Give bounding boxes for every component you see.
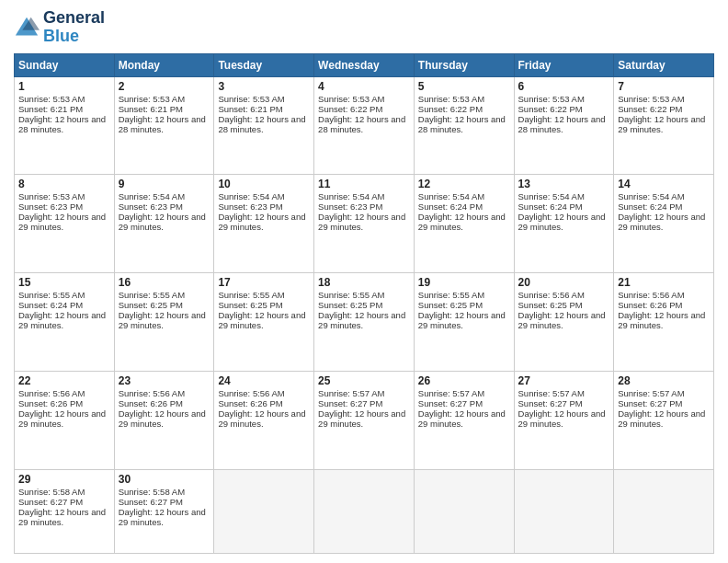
sunrise-text: Sunrise: 5:53 AM [418, 94, 510, 104]
sunset-text: Sunset: 6:24 PM [18, 300, 110, 310]
sunrise-text: Sunrise: 5:53 AM [119, 94, 210, 104]
calendar-week-row: 1Sunrise: 5:53 AMSunset: 6:21 PMDaylight… [15, 76, 714, 175]
header-cell-tuesday: Tuesday [214, 53, 314, 76]
sunset-text: Sunset: 6:25 PM [318, 300, 410, 310]
logo: General Blue [14, 9, 105, 46]
day-number: 5 [418, 80, 510, 93]
calendar-cell [614, 469, 714, 553]
sunset-text: Sunset: 6:21 PM [218, 104, 310, 114]
header-cell-sunday: Sunday [15, 53, 115, 76]
sunset-text: Sunset: 6:22 PM [418, 104, 510, 114]
daylight-text: Daylight: 12 hours and 28 minutes. [518, 114, 610, 134]
day-number: 2 [119, 80, 210, 93]
sunrise-text: Sunrise: 5:57 AM [318, 388, 410, 398]
sunset-text: Sunset: 6:24 PM [518, 201, 610, 212]
daylight-text: Daylight: 12 hours and 29 minutes. [119, 408, 210, 429]
sunrise-text: Sunrise: 5:57 AM [618, 388, 710, 398]
sunset-text: Sunset: 6:25 PM [218, 300, 310, 310]
day-number: 16 [119, 276, 210, 289]
sunrise-text: Sunrise: 5:55 AM [119, 290, 210, 300]
daylight-text: Daylight: 12 hours and 29 minutes. [518, 212, 610, 232]
sunset-text: Sunset: 6:27 PM [418, 398, 510, 408]
calendar-cell: 24Sunrise: 5:56 AMSunset: 6:26 PMDayligh… [214, 371, 314, 469]
sunset-text: Sunset: 6:23 PM [218, 201, 310, 212]
sunrise-text: Sunrise: 5:56 AM [18, 388, 110, 398]
sunset-text: Sunset: 6:25 PM [119, 300, 210, 310]
sunrise-text: Sunrise: 5:54 AM [318, 191, 410, 201]
day-number: 11 [318, 178, 410, 190]
calendar-cell: 3Sunrise: 5:53 AMSunset: 6:21 PMDaylight… [214, 76, 314, 175]
day-number: 3 [218, 80, 310, 93]
calendar-cell: 15Sunrise: 5:55 AMSunset: 6:24 PMDayligh… [15, 273, 115, 372]
daylight-text: Daylight: 12 hours and 29 minutes. [618, 408, 710, 429]
calendar-cell: 28Sunrise: 5:57 AMSunset: 6:27 PMDayligh… [614, 371, 714, 469]
day-number: 6 [518, 80, 610, 93]
calendar-table: SundayMondayTuesdayWednesdayThursdayFrid… [14, 53, 714, 554]
sunset-text: Sunset: 6:22 PM [518, 104, 610, 114]
sunset-text: Sunset: 6:27 PM [18, 497, 110, 507]
calendar-cell: 18Sunrise: 5:55 AMSunset: 6:25 PMDayligh… [314, 273, 415, 372]
calendar-week-row: 29Sunrise: 5:58 AMSunset: 6:27 PMDayligh… [15, 469, 714, 553]
daylight-text: Daylight: 12 hours and 29 minutes. [518, 310, 610, 330]
sunrise-text: Sunrise: 5:54 AM [119, 191, 210, 201]
day-number: 30 [119, 473, 210, 486]
sunrise-text: Sunrise: 5:53 AM [518, 94, 610, 104]
sunset-text: Sunset: 6:27 PM [618, 398, 710, 408]
sunrise-text: Sunrise: 5:57 AM [418, 388, 510, 398]
calendar-cell: 8Sunrise: 5:53 AMSunset: 6:23 PMDaylight… [15, 175, 115, 273]
daylight-text: Daylight: 12 hours and 29 minutes. [318, 212, 410, 232]
sunset-text: Sunset: 6:21 PM [119, 104, 210, 114]
daylight-text: Daylight: 12 hours and 29 minutes. [618, 114, 710, 134]
calendar-body: 1Sunrise: 5:53 AMSunset: 6:21 PMDaylight… [15, 76, 714, 553]
calendar-cell: 16Sunrise: 5:55 AMSunset: 6:25 PMDayligh… [114, 273, 214, 372]
sunset-text: Sunset: 6:26 PM [618, 300, 710, 310]
daylight-text: Daylight: 12 hours and 29 minutes. [218, 310, 310, 330]
logo-text: General Blue [43, 9, 105, 46]
day-number: 9 [119, 178, 210, 190]
calendar-week-row: 15Sunrise: 5:55 AMSunset: 6:24 PMDayligh… [15, 273, 714, 372]
calendar-cell: 23Sunrise: 5:56 AMSunset: 6:26 PMDayligh… [114, 371, 214, 469]
calendar-cell: 7Sunrise: 5:53 AMSunset: 6:22 PMDaylight… [614, 76, 714, 175]
day-number: 7 [618, 80, 710, 93]
daylight-text: Daylight: 12 hours and 29 minutes. [119, 310, 210, 330]
calendar-cell: 29Sunrise: 5:58 AMSunset: 6:27 PMDayligh… [15, 469, 115, 553]
day-number: 1 [18, 80, 110, 93]
daylight-text: Daylight: 12 hours and 29 minutes. [119, 212, 210, 232]
header-cell-monday: Monday [114, 53, 214, 76]
day-number: 27 [518, 374, 610, 387]
header-cell-friday: Friday [514, 53, 614, 76]
page: General Blue SundayMondayTuesdayWednesda… [0, 0, 728, 563]
sunrise-text: Sunrise: 5:55 AM [218, 290, 310, 300]
day-number: 17 [218, 276, 310, 289]
calendar-cell [514, 469, 614, 553]
sunrise-text: Sunrise: 5:53 AM [218, 94, 310, 104]
sunrise-text: Sunrise: 5:58 AM [18, 487, 110, 497]
day-number: 24 [218, 374, 310, 387]
calendar-header-row: SundayMondayTuesdayWednesdayThursdayFrid… [15, 53, 714, 76]
calendar-cell: 13Sunrise: 5:54 AMSunset: 6:24 PMDayligh… [514, 175, 614, 273]
daylight-text: Daylight: 12 hours and 29 minutes. [518, 408, 610, 429]
calendar-cell: 5Sunrise: 5:53 AMSunset: 6:22 PMDaylight… [414, 76, 514, 175]
header: General Blue [14, 9, 714, 46]
sunrise-text: Sunrise: 5:55 AM [418, 290, 510, 300]
calendar-cell [414, 469, 514, 553]
sunrise-text: Sunrise: 5:57 AM [518, 388, 610, 398]
day-number: 15 [18, 276, 110, 289]
daylight-text: Daylight: 12 hours and 29 minutes. [418, 212, 510, 232]
calendar-cell: 10Sunrise: 5:54 AMSunset: 6:23 PMDayligh… [214, 175, 314, 273]
day-number: 18 [318, 276, 410, 289]
sunset-text: Sunset: 6:27 PM [318, 398, 410, 408]
sunset-text: Sunset: 6:25 PM [418, 300, 510, 310]
calendar-cell: 14Sunrise: 5:54 AMSunset: 6:24 PMDayligh… [614, 175, 714, 273]
sunset-text: Sunset: 6:26 PM [218, 398, 310, 408]
day-number: 12 [418, 178, 510, 190]
calendar-cell: 6Sunrise: 5:53 AMSunset: 6:22 PMDaylight… [514, 76, 614, 175]
daylight-text: Daylight: 12 hours and 29 minutes. [18, 507, 110, 527]
sunrise-text: Sunrise: 5:53 AM [18, 94, 110, 104]
daylight-text: Daylight: 12 hours and 28 minutes. [218, 114, 310, 134]
sunset-text: Sunset: 6:27 PM [119, 497, 210, 507]
daylight-text: Daylight: 12 hours and 29 minutes. [318, 408, 410, 429]
sunrise-text: Sunrise: 5:56 AM [518, 290, 610, 300]
calendar-cell: 22Sunrise: 5:56 AMSunset: 6:26 PMDayligh… [15, 371, 115, 469]
day-number: 25 [318, 374, 410, 387]
